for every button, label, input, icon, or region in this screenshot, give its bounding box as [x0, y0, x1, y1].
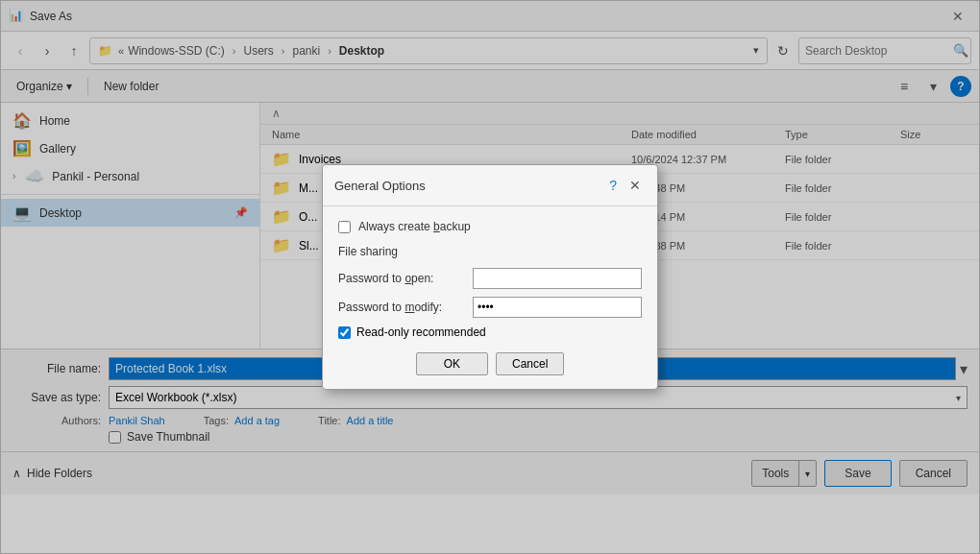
password-modify-label: Password to modify: — [338, 301, 473, 314]
password-modify-input[interactable] — [473, 297, 642, 318]
always-backup-checkbox[interactable] — [338, 221, 351, 233]
dialog-buttons: OK Cancel — [338, 349, 642, 375]
dialog-title-bar: General Options ? ✕ — [323, 165, 657, 206]
save-as-window: 📊 Save As ✕ ‹ › ↑ 📁 « Windows-SSD (C:) ›… — [0, 0, 980, 554]
password-open-row: Password to open: — [338, 268, 642, 289]
dialog-close-button[interactable]: ✕ — [625, 175, 646, 196]
general-options-dialog: General Options ? ✕ Always create backup… — [322, 164, 658, 390]
dialog-body: Always create backup File sharing Passwo… — [323, 206, 657, 389]
read-only-row: Read-only recommended — [338, 325, 642, 339]
dialog-title: General Options — [334, 179, 609, 193]
password-open-label: Password to open: — [338, 272, 473, 285]
password-open-input[interactable] — [473, 268, 642, 289]
read-only-checkbox[interactable] — [338, 326, 351, 339]
dialog-overlay: General Options ? ✕ Always create backup… — [1, 1, 979, 553]
always-backup-label: Always create backup — [358, 220, 471, 233]
ok-button[interactable]: OK — [416, 352, 488, 375]
password-modify-row: Password to modify: — [338, 297, 642, 318]
read-only-label: Read-only recommended — [356, 325, 486, 339]
always-backup-row: Always create backup — [338, 220, 642, 233]
file-sharing-section: File sharing — [338, 245, 642, 258]
cancel-button[interactable]: Cancel — [496, 352, 564, 375]
dialog-help-button[interactable]: ? — [609, 178, 617, 193]
